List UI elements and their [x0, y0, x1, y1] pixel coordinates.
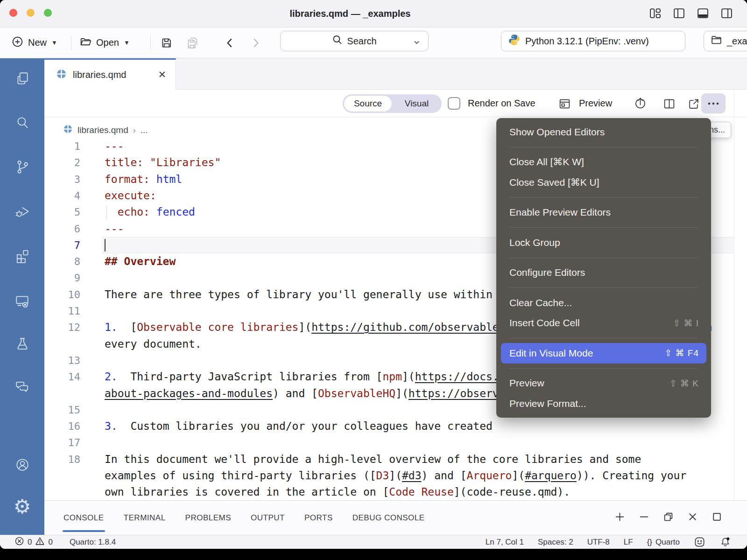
interpreter-selector[interactable]: Python 3.12.1 (PipEnv: .venv) — [501, 31, 685, 51]
code-text: format: html — [105, 171, 182, 188]
zoom-window-button[interactable] — [44, 9, 52, 17]
chat-icon[interactable] — [14, 378, 31, 395]
extensions-icon[interactable] — [14, 247, 31, 264]
breadcrumb[interactable]: libraries.qmd › ... — [63, 122, 148, 138]
editor-action-row: Source Visual Render on Save Preview — [44, 90, 747, 117]
line-number: 16 — [44, 418, 80, 434]
split-editor-icon[interactable] — [663, 98, 676, 110]
code-text: 3. Custom libraries you and/or your coll… — [105, 418, 493, 434]
indentation-status[interactable]: Spaces: 2 — [538, 538, 573, 547]
menu-item-lock-group[interactable]: Lock Group — [496, 232, 711, 253]
visual-mode-button[interactable]: Visual — [392, 94, 442, 113]
language-mode-status[interactable]: {} Quarto — [647, 538, 680, 547]
tab-strip: libraries.qmd ✕ — [44, 58, 747, 90]
toggle-primary-sidebar-icon[interactable] — [673, 7, 685, 21]
problems-status[interactable]: 0 0 — [14, 536, 53, 548]
code-line-17[interactable]: 17 — [44, 434, 747, 451]
menu-separator — [509, 368, 698, 369]
panel-tab-console[interactable]: CONSOLE — [63, 501, 104, 535]
panel-tab-terminal[interactable]: TERMINAL — [124, 501, 166, 535]
menu-item-insert-code-cell[interactable]: Insert Code Cell⇧ ⌘ I — [496, 313, 711, 334]
add-icon[interactable] — [614, 511, 626, 525]
panel-tab-problems[interactable]: PROBLEMS — [185, 501, 231, 535]
new-button[interactable]: New ▼ — [11, 28, 57, 58]
search-sidebar-icon[interactable] — [14, 114, 31, 131]
close-panel-icon[interactable] — [687, 511, 698, 525]
menu-item-close-saved-k-u[interactable]: Close Saved [⌘K U] — [496, 172, 711, 193]
preview-label[interactable]: Preview — [579, 90, 612, 117]
explorer-icon[interactable] — [14, 70, 31, 87]
menu-item-preview-format[interactable]: Preview Format... — [496, 393, 711, 414]
preview-layout-icon[interactable] — [558, 98, 571, 110]
settings-gear-icon[interactable]: ⚙ — [14, 498, 31, 515]
render-on-save-checkbox[interactable] — [448, 97, 460, 110]
menu-item-enable-preview-editors[interactable]: Enable Preview Editors — [496, 203, 711, 223]
notifications-bell-icon[interactable] — [719, 536, 731, 548]
new-label: New — [28, 37, 47, 48]
more-actions-button[interactable] — [701, 93, 726, 113]
feedback-smiley-icon[interactable] — [694, 536, 705, 548]
save-button[interactable] — [160, 36, 173, 49]
menu-separator — [509, 147, 698, 147]
open-external-icon[interactable] — [687, 98, 700, 110]
open-button[interactable]: Open ▼ — [79, 28, 130, 58]
panel-tab-output[interactable]: OUTPUT — [251, 501, 285, 535]
close-tab-icon[interactable]: ✕ — [158, 69, 166, 80]
warning-icon — [35, 536, 45, 548]
code-line-wrap[interactable]: examples of using third-party libraries … — [44, 468, 747, 484]
maximize-panel-icon[interactable] — [711, 511, 723, 525]
menu-item-edit-in-visual-mode[interactable]: Edit in Visual Mode⇧ ⌘ F4 — [501, 343, 706, 364]
save-all-button[interactable] — [186, 36, 200, 50]
quarto-version-status[interactable]: Quarto: 1.8.4 — [70, 538, 116, 547]
interpreter-label: Python 3.12.1 (PipEnv: .venv) — [525, 36, 649, 47]
tab-libraries-qmd[interactable]: libraries.qmd ✕ — [44, 58, 176, 90]
publish-icon[interactable] — [633, 96, 648, 111]
run-and-debug-icon[interactable] — [14, 203, 31, 220]
account-icon[interactable] — [14, 456, 31, 473]
chevron-down-icon[interactable] — [413, 38, 421, 49]
screen: libraries.qmd — _examples New ▼ Open ▼ — [0, 0, 747, 560]
search-input[interactable]: Search — [280, 31, 429, 51]
menu-separator — [509, 227, 698, 228]
menu-separator — [509, 287, 698, 288]
open-label: Open — [96, 37, 119, 48]
source-control-icon[interactable] — [14, 159, 31, 175]
code-line-wrap[interactable]: own libraries is covered in the article … — [44, 484, 747, 500]
menu-item-preview[interactable]: Preview⇧ ⌘ K — [496, 373, 711, 394]
breadcrumb-file[interactable]: libraries.qmd — [78, 125, 128, 135]
source-mode-button[interactable]: Source — [344, 96, 392, 112]
minimize-window-button[interactable] — [27, 9, 35, 17]
toggle-secondary-sidebar-icon[interactable] — [720, 7, 733, 21]
close-window-button[interactable] — [9, 9, 17, 17]
menu-item-close-all-k-w[interactable]: Close All [⌘K W] — [496, 152, 711, 173]
status-bar: 0 0 Quarto: 1.8.4 Ln 7, Col 1 Spaces: 2 … — [0, 535, 747, 549]
forward-button[interactable] — [250, 36, 261, 49]
line-number: 6 — [44, 221, 80, 237]
menu-item-clear-cache[interactable]: Clear Cache... — [496, 293, 711, 313]
breadcrumb-more[interactable]: ... — [141, 125, 148, 135]
render-on-save-label: Render on Save — [468, 90, 536, 117]
code-line-18[interactable]: 18In this document we'll provide a high-… — [44, 451, 747, 468]
panel-tab-ports[interactable]: PORTS — [304, 501, 333, 535]
eol-status[interactable]: LF — [624, 538, 633, 547]
restore-panel-icon[interactable] — [662, 511, 674, 525]
panel-tab-debug-console[interactable]: DEBUG CONSOLE — [352, 501, 425, 535]
remote-explorer-icon[interactable] — [14, 293, 31, 310]
customize-layout-icon[interactable] — [649, 7, 662, 21]
toggle-panel-icon[interactable] — [697, 7, 709, 21]
line-number: 11 — [44, 303, 80, 319]
cursor-position-status[interactable]: Ln 7, Col 1 — [486, 538, 524, 547]
activity-bar: ⚙ — [0, 58, 44, 535]
testing-icon[interactable] — [14, 336, 31, 353]
code-text: echo: fenced — [105, 204, 195, 220]
minimize-panel-icon[interactable] — [638, 511, 650, 525]
back-button[interactable] — [224, 36, 235, 49]
project-selector[interactable]: _examples — [704, 31, 747, 51]
code-line-16[interactable]: 163. Custom libraries you and/or your co… — [44, 418, 747, 434]
titlebar: libraries.qmd — _examples — [0, 0, 747, 28]
warning-count: 0 — [48, 538, 52, 547]
menu-item-show-opened-editors[interactable]: Show Opened Editors — [496, 122, 711, 142]
menu-item-configure-editors[interactable]: Configure Editors — [496, 263, 711, 283]
chevron-right-icon: › — [133, 126, 136, 135]
encoding-status[interactable]: UTF-8 — [587, 538, 610, 547]
